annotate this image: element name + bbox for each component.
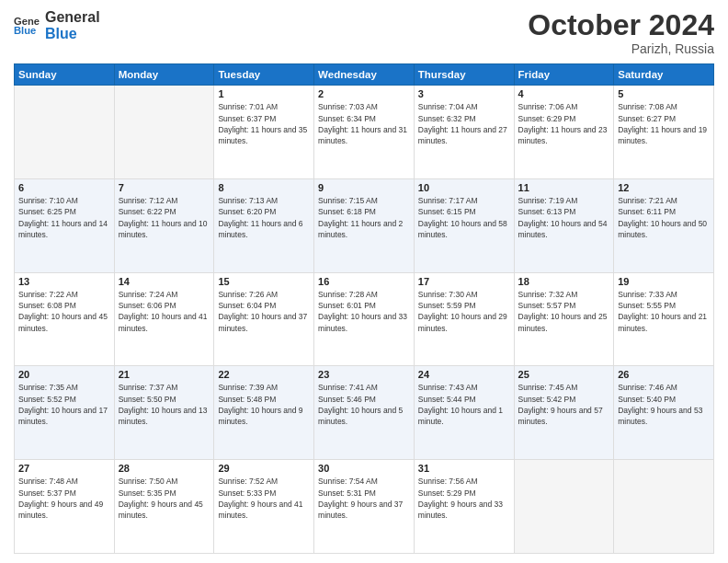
day-info: Sunrise: 7:50 AMSunset: 5:35 PMDaylight:… [119,476,210,521]
day-info: Sunrise: 7:52 AMSunset: 5:33 PMDaylight:… [218,476,310,521]
day-info: Sunrise: 7:54 AMSunset: 5:31 PMDaylight:… [318,476,410,521]
table-row: 8Sunrise: 7:13 AMSunset: 6:20 PMDaylight… [214,178,314,272]
table-row: 23Sunrise: 7:41 AMSunset: 5:46 PMDayligh… [314,366,415,460]
table-row: 17Sunrise: 7:30 AMSunset: 5:59 PMDayligh… [414,272,514,366]
table-row: 16Sunrise: 7:28 AMSunset: 6:01 PMDayligh… [314,272,415,366]
page: General Blue General Blue October 2024 P… [0,0,728,563]
table-row [514,460,614,554]
table-row: 27Sunrise: 7:48 AMSunset: 5:37 PMDayligh… [15,460,115,554]
day-info: Sunrise: 7:48 AMSunset: 5:37 PMDaylight:… [18,476,110,521]
logo-line2: Blue [45,26,100,42]
table-row: 15Sunrise: 7:26 AMSunset: 6:04 PMDayligh… [214,272,314,366]
day-info: Sunrise: 7:28 AMSunset: 6:01 PMDaylight:… [318,289,410,334]
day-number: 14 [119,276,210,287]
day-info: Sunrise: 7:13 AMSunset: 6:20 PMDaylight:… [218,195,310,240]
table-row: 9Sunrise: 7:15 AMSunset: 6:18 PMDaylight… [314,178,415,272]
calendar-header-row: Sunday Monday Tuesday Wednesday Thursday… [15,64,714,86]
calendar-week-row: 20Sunrise: 7:35 AMSunset: 5:52 PMDayligh… [15,366,714,460]
day-number: 17 [418,276,510,287]
table-row: 26Sunrise: 7:46 AMSunset: 5:40 PMDayligh… [614,366,714,460]
day-info: Sunrise: 7:01 AMSunset: 6:37 PMDaylight:… [218,101,310,146]
table-row: 4Sunrise: 7:06 AMSunset: 6:29 PMDaylight… [514,86,614,179]
svg-text:Blue: Blue [14,25,36,36]
day-info: Sunrise: 7:41 AMSunset: 5:46 PMDaylight:… [318,382,410,427]
day-info: Sunrise: 7:32 AMSunset: 5:57 PMDaylight:… [518,289,610,334]
day-info: Sunrise: 7:26 AMSunset: 6:04 PMDaylight:… [218,289,310,334]
logo: General Blue General Blue [14,9,100,41]
location: Parizh, Russia [528,41,714,56]
day-number: 12 [618,182,710,193]
day-number: 8 [218,182,310,193]
table-row: 30Sunrise: 7:54 AMSunset: 5:31 PMDayligh… [314,460,415,554]
day-info: Sunrise: 7:39 AMSunset: 5:48 PMDaylight:… [218,382,310,427]
table-row: 7Sunrise: 7:12 AMSunset: 6:22 PMDaylight… [114,178,214,272]
table-row: 24Sunrise: 7:43 AMSunset: 5:44 PMDayligh… [414,366,514,460]
day-info: Sunrise: 7:30 AMSunset: 5:59 PMDaylight:… [418,289,510,334]
day-info: Sunrise: 7:12 AMSunset: 6:22 PMDaylight:… [119,195,210,240]
day-number: 11 [518,182,610,193]
col-sunday: Sunday [15,64,115,86]
day-number: 20 [18,369,110,380]
table-row: 31Sunrise: 7:56 AMSunset: 5:29 PMDayligh… [414,460,514,554]
day-info: Sunrise: 7:15 AMSunset: 6:18 PMDaylight:… [318,195,410,240]
day-number: 21 [119,369,210,380]
table-row: 12Sunrise: 7:21 AMSunset: 6:11 PMDayligh… [614,178,714,272]
day-number: 31 [418,463,510,474]
col-wednesday: Wednesday [314,64,415,86]
col-thursday: Thursday [414,64,514,86]
day-number: 28 [119,463,210,474]
table-row: 18Sunrise: 7:32 AMSunset: 5:57 PMDayligh… [514,272,614,366]
day-info: Sunrise: 7:21 AMSunset: 6:11 PMDaylight:… [618,195,710,240]
logo-line1: General [45,9,100,26]
day-number: 23 [318,369,410,380]
day-info: Sunrise: 7:17 AMSunset: 6:15 PMDaylight:… [418,195,510,240]
table-row: 6Sunrise: 7:10 AMSunset: 6:25 PMDaylight… [15,178,115,272]
calendar-week-row: 27Sunrise: 7:48 AMSunset: 5:37 PMDayligh… [15,460,714,554]
day-number: 10 [418,182,510,193]
table-row: 13Sunrise: 7:22 AMSunset: 6:08 PMDayligh… [15,272,115,366]
calendar-week-row: 1Sunrise: 7:01 AMSunset: 6:37 PMDaylight… [15,86,714,179]
day-number: 16 [318,276,410,287]
table-row [114,86,214,179]
day-info: Sunrise: 7:33 AMSunset: 5:55 PMDaylight:… [618,289,710,334]
table-row: 20Sunrise: 7:35 AMSunset: 5:52 PMDayligh… [15,366,115,460]
day-info: Sunrise: 7:04 AMSunset: 6:32 PMDaylight:… [418,101,510,146]
table-row [15,86,115,179]
day-info: Sunrise: 7:35 AMSunset: 5:52 PMDaylight:… [18,382,110,427]
col-tuesday: Tuesday [214,64,314,86]
day-info: Sunrise: 7:03 AMSunset: 6:34 PMDaylight:… [318,101,410,146]
day-number: 2 [318,88,410,99]
day-info: Sunrise: 7:24 AMSunset: 6:06 PMDaylight:… [119,289,210,334]
day-info: Sunrise: 7:46 AMSunset: 5:40 PMDaylight:… [618,382,710,427]
header: General Blue General Blue October 2024 P… [14,9,714,56]
day-number: 7 [119,182,210,193]
table-row: 21Sunrise: 7:37 AMSunset: 5:50 PMDayligh… [114,366,214,460]
day-info: Sunrise: 7:10 AMSunset: 6:25 PMDaylight:… [18,195,110,240]
day-info: Sunrise: 7:19 AMSunset: 6:13 PMDaylight:… [518,195,610,240]
day-number: 15 [218,276,310,287]
col-friday: Friday [514,64,614,86]
day-number: 3 [418,88,510,99]
day-info: Sunrise: 7:56 AMSunset: 5:29 PMDaylight:… [418,476,510,521]
table-row: 1Sunrise: 7:01 AMSunset: 6:37 PMDaylight… [214,86,314,179]
day-number: 19 [618,276,710,287]
table-row: 2Sunrise: 7:03 AMSunset: 6:34 PMDaylight… [314,86,415,179]
day-info: Sunrise: 7:43 AMSunset: 5:44 PMDaylight:… [418,382,510,427]
calendar-week-row: 13Sunrise: 7:22 AMSunset: 6:08 PMDayligh… [15,272,714,366]
day-number: 24 [418,369,510,380]
day-number: 25 [518,369,610,380]
day-number: 13 [18,276,110,287]
day-number: 27 [18,463,110,474]
day-info: Sunrise: 7:45 AMSunset: 5:42 PMDaylight:… [518,382,610,427]
logo-icon: General Blue [14,13,40,39]
table-row [614,460,714,554]
table-row: 25Sunrise: 7:45 AMSunset: 5:42 PMDayligh… [514,366,614,460]
day-number: 29 [218,463,310,474]
day-number: 1 [218,88,310,99]
day-number: 6 [18,182,110,193]
calendar-table: Sunday Monday Tuesday Wednesday Thursday… [14,63,714,554]
day-number: 9 [318,182,410,193]
day-number: 26 [618,369,710,380]
table-row: 22Sunrise: 7:39 AMSunset: 5:48 PMDayligh… [214,366,314,460]
table-row: 28Sunrise: 7:50 AMSunset: 5:35 PMDayligh… [114,460,214,554]
